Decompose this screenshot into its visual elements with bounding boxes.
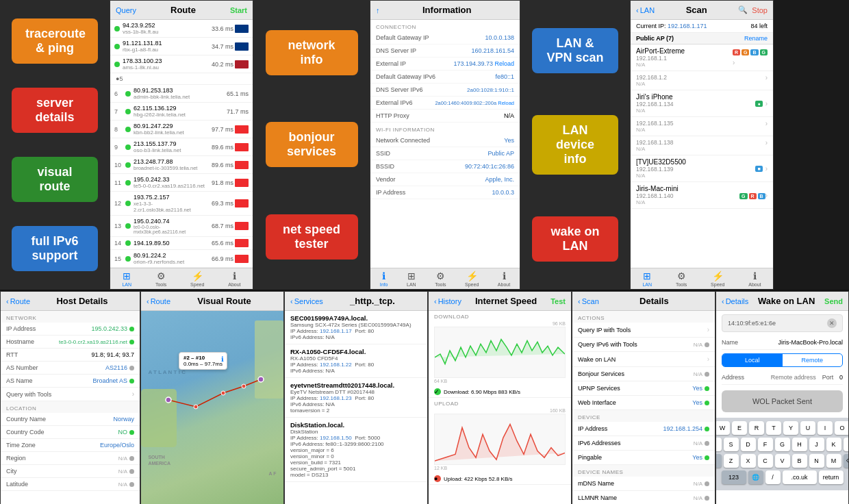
service-eyetv[interactable]: eyetvnetStreamdtt02017448.local. EyeTV N…: [285, 378, 427, 418]
lan-details-back[interactable]: ‹ Scan: [578, 297, 599, 305]
toolbar-speed[interactable]: ⚡Speed: [190, 270, 204, 287]
services-back[interactable]: ‹ Services: [290, 297, 323, 305]
label-bonjour[interactable]: bonjour services: [266, 122, 358, 167]
kb-h[interactable]: H: [792, 438, 807, 451]
label-traceroute[interactable]: traceroute & ping: [12, 18, 98, 64]
action-query-ipv6[interactable]: Query IPv6 with Tools N/A: [572, 338, 715, 352]
route-row[interactable]: 6 80.91.253.183 admin-bbk-link.telia.net…: [110, 85, 253, 103]
route-row[interactable]: 7 62.115.136.129 hbg-i262-link.telia.net…: [110, 103, 253, 121]
route-row[interactable]: 12 193.75.2.157 xe1-3-3-2.cr1.oslo3bk.as…: [110, 192, 253, 216]
wol-clear-btn[interactable]: ✕: [827, 318, 837, 328]
info-upload-btn[interactable]: ↑: [376, 6, 380, 14]
kb-shift[interactable]: ⇧: [715, 454, 722, 468]
wol-send-btn[interactable]: Send: [824, 297, 843, 305]
kb-l[interactable]: L: [844, 438, 850, 451]
action-upnp[interactable]: UPNP Services Yes: [572, 381, 715, 396]
route-row[interactable]: 10 213.248.77.88 broadnet-ic-303599.teli…: [110, 156, 253, 174]
kb-return[interactable]: return: [819, 470, 844, 484]
lan-device-tv[interactable]: [TV]UE32D5500 192.168.1.139 N/A ■ ›: [631, 155, 773, 182]
route-row[interactable]: 13 195.0.240.74 te0-0-0.oslo-mxtx3bk.pe6…: [110, 216, 253, 237]
toolbar-lan-info[interactable]: ⊞LAN: [407, 270, 416, 287]
route-row[interactable]: 91.121.131.81 rbx-g1-a8-fl.au 34.7 ms: [110, 38, 253, 55]
kb-w[interactable]: W: [715, 421, 730, 435]
kb-r[interactable]: R: [749, 421, 764, 435]
route-row[interactable]: 9 213.155.137.79 oso-b3-link.telia.net 8…: [110, 138, 253, 156]
kb-z[interactable]: Z: [724, 454, 739, 468]
toolbar-speed-info[interactable]: ⚡Speed: [465, 270, 479, 287]
kb-123[interactable]: 123: [722, 470, 746, 484]
lan-device-airport[interactable]: AirPort-Extreme 192.168.1.1 N/A R G B G …: [631, 45, 773, 71]
service-samsung[interactable]: SEC0015999A749A.local. Samsung SCX-472x …: [285, 311, 427, 344]
lan-device-mini[interactable]: Jiris-Mac-mini 192.168.1.140 N/A G R B ›: [631, 182, 773, 209]
lan-rename-btn[interactable]: Rename: [744, 35, 768, 42]
kb-i[interactable]: I: [818, 421, 833, 435]
lan-back-btn[interactable]: ‹ LAN: [636, 6, 655, 14]
host-query-row[interactable]: Query with Tools ›: [1, 388, 140, 401]
route-query-btn[interactable]: Query: [116, 6, 136, 14]
toolbar-info[interactable]: ℹInfo: [380, 270, 388, 287]
kb-c[interactable]: C: [758, 454, 773, 468]
kb-o[interactable]: O: [835, 421, 849, 435]
lan-stop-btn[interactable]: Stop: [752, 6, 768, 14]
route-row[interactable]: 14 194.19.89.50 65.6 ms: [110, 237, 253, 250]
kb-k[interactable]: K: [826, 438, 841, 451]
kb-globe[interactable]: 🌐: [748, 470, 763, 484]
kb-x[interactable]: X: [741, 454, 756, 468]
toolbar-tools[interactable]: ⚙Tools: [155, 270, 166, 287]
wol-back[interactable]: ‹ Details: [722, 297, 748, 305]
lan-device-iphone[interactable]: Jiri's iPhone 192.168.1.134 N/A ● ›: [631, 90, 773, 117]
kb-j[interactable]: J: [809, 438, 824, 451]
toolbar-speed-lan[interactable]: ⚡Speed: [711, 270, 724, 287]
label-network-info[interactable]: network info: [266, 30, 358, 75]
kb-s[interactable]: S: [724, 438, 739, 451]
kb-b[interactable]: B: [792, 454, 807, 468]
kb-a[interactable]: A: [715, 438, 722, 451]
kb-v[interactable]: V: [775, 454, 790, 468]
toolbar-tools-info[interactable]: ⚙Tools: [435, 270, 446, 287]
kb-g[interactable]: G: [775, 438, 790, 451]
tooltip-info-icon[interactable]: ℹ: [221, 355, 224, 363]
lan-device-135[interactable]: 192.168.1.135 N/A ›: [631, 117, 773, 136]
visual-route-back[interactable]: ‹ Route: [147, 297, 170, 305]
toolbar-lan-btn[interactable]: ⊞LAN: [642, 270, 652, 287]
speed-back[interactable]: ‹ History: [434, 297, 461, 305]
route-row[interactable]: 8 80.91.247.229 kbn-bb2-link.telia.net 9…: [110, 121, 253, 138]
route-row[interactable]: 15 80.91.224.2 orion-r9.nerfonds.net 66.…: [110, 250, 253, 268]
wol-tab-remote[interactable]: Remote: [783, 354, 843, 366]
wol-sent-button[interactable]: WOL Packet Sent: [722, 390, 843, 412]
kb-slash[interactable]: /: [765, 470, 781, 484]
action-wake-lan[interactable]: Wake on LAN ›: [572, 352, 715, 367]
label-visual-route[interactable]: visual route: [12, 157, 98, 202]
kb-backspace[interactable]: ⌫: [844, 454, 850, 468]
toolbar-tools-lan[interactable]: ⚙Tools: [676, 270, 687, 287]
wol-address-input[interactable]: [748, 374, 816, 381]
label-lan-device[interactable]: LAN device info: [532, 115, 618, 175]
action-query-ip[interactable]: Query IP with Tools ›: [572, 323, 715, 338]
wol-tab-local[interactable]: Local: [722, 354, 783, 366]
label-netspeed[interactable]: net speed tester: [266, 214, 358, 260]
service-diskstation[interactable]: DiskStation.local. DiskStation IP Addres…: [285, 418, 427, 482]
toolbar-about-lan[interactable]: ℹAbout: [748, 270, 761, 287]
label-server[interactable]: server details: [12, 88, 98, 133]
kb-u[interactable]: U: [800, 421, 815, 435]
kb-f[interactable]: F: [758, 438, 773, 451]
kb-e[interactable]: E: [732, 421, 747, 435]
toolbar-about[interactable]: ℹAbout: [228, 270, 240, 287]
kb-t[interactable]: T: [766, 421, 781, 435]
action-bonjour[interactable]: Bonjour Services N/A: [572, 367, 715, 381]
label-ipv6[interactable]: full IPv6 support: [12, 226, 98, 271]
route-start-btn[interactable]: Start: [230, 6, 247, 14]
lan-search-icon[interactable]: 🔍: [738, 5, 748, 14]
kb-couk[interactable]: .co.uk: [783, 470, 817, 484]
lan-device-138[interactable]: 192.168.1.138 N/A ›: [631, 136, 773, 155]
host-back-btn[interactable]: ‹ Route: [6, 297, 30, 305]
route-row[interactable]: 178.33.100.23 ams-1-8k.nl.au 40.2 ms: [110, 55, 253, 73]
service-rx-a1050[interactable]: RX-A1050-CFD5F4.local. RX-A1050 CFD5F4 I…: [285, 344, 427, 378]
action-web[interactable]: Web Interface Yes: [572, 396, 715, 410]
kb-y[interactable]: Y: [783, 421, 798, 435]
kb-n[interactable]: N: [809, 454, 824, 468]
speed-test-btn[interactable]: Test: [550, 297, 566, 305]
kb-d[interactable]: D: [741, 438, 756, 451]
label-lan-vpn[interactable]: LAN & VPN scan: [532, 28, 618, 73]
toolbar-about-info[interactable]: ℹAbout: [498, 270, 510, 287]
